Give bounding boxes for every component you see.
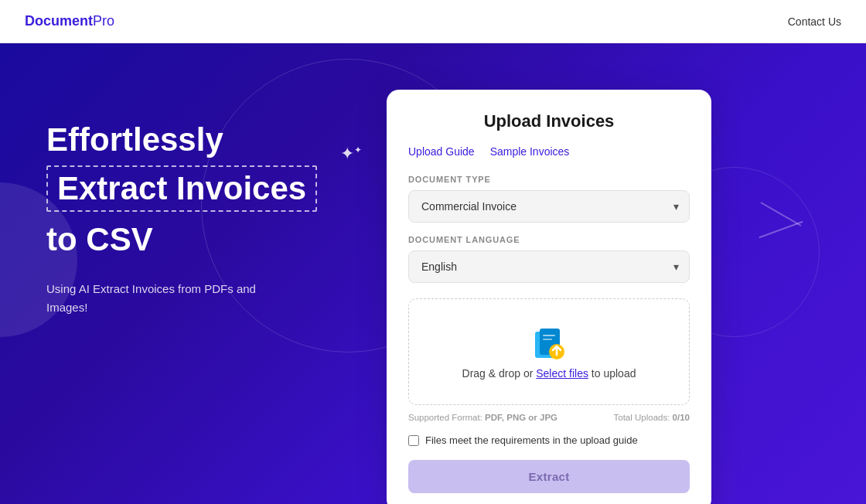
doc-type-label: DOCUMENT TYPE (408, 175, 690, 184)
format-info: Supported Format: PDF, PNG or JPG (408, 413, 557, 422)
upload-card: Upload Invoices Upload Guide Sample Invo… (387, 90, 711, 504)
requirements-checkbox[interactable] (408, 435, 419, 446)
requirements-checkbox-label[interactable]: Files meet the requirements in the uploa… (425, 434, 638, 446)
hero-section: ✦✦ Effortlessly Extract Invoices to CSV … (0, 43, 866, 504)
format-label: Supported Format: (408, 413, 482, 422)
svg-rect-3 (543, 339, 552, 340)
card-tabs: Upload Guide Sample Invoices (408, 145, 690, 159)
doc-type-select[interactable]: Commercial Invoice Purchase Order Receip… (408, 190, 690, 223)
header: DocumentPro Contact Us (0, 0, 866, 43)
hero-title-line2: Extract Invoices (57, 170, 306, 206)
uploads-value: 0/10 (673, 413, 690, 422)
hero-title-box: Extract Invoices (46, 165, 317, 212)
hero-subtitle: Using AI Extract Invoices from PDFs and … (46, 280, 278, 317)
contact-link[interactable]: Contact Us (788, 15, 841, 28)
doc-type-select-wrapper: Commercial Invoice Purchase Order Receip… (408, 190, 690, 223)
svg-rect-2 (543, 335, 555, 336)
uploads-label: Total Uploads: (614, 413, 670, 422)
file-dropzone[interactable]: Drag & drop or Select files to upload (408, 298, 690, 405)
tab-sample-invoices[interactable]: Sample Invoices (490, 145, 570, 159)
hero-text: Effortlessly Extract Invoices to CSV Usi… (46, 74, 387, 317)
deco-lines (758, 213, 820, 275)
logo-pro: Pro (93, 13, 114, 29)
format-value: PDF, PNG or JPG (485, 413, 557, 422)
extract-button[interactable]: Extract (408, 460, 690, 493)
requirements-checkbox-row: Files meet the requirements in the uploa… (408, 434, 690, 446)
logo-text: Document (25, 13, 93, 29)
doc-lang-select-wrapper: English Spanish French German Chinese (408, 250, 690, 283)
dropzone-text: Drag & drop or Select files to upload (424, 367, 673, 380)
hero-title-line1: Effortlessly (46, 121, 387, 159)
dropzone-text-after: to upload (588, 367, 636, 380)
upload-icon-area (424, 324, 673, 364)
doc-lang-select[interactable]: English Spanish French German Chinese (408, 250, 690, 283)
doc-lang-label: DOCUMENT LANGUAGE (408, 235, 690, 244)
card-title: Upload Invoices (408, 111, 690, 131)
tab-upload-guide[interactable]: Upload Guide (408, 145, 475, 159)
hero-title-line3: to CSV (46, 221, 387, 258)
format-row: Supported Format: PDF, PNG or JPG Total … (408, 413, 690, 422)
logo: DocumentPro (25, 13, 114, 29)
select-files-link[interactable]: Select files (536, 367, 588, 380)
uploads-info: Total Uploads: 0/10 (614, 413, 690, 422)
dropzone-text-before: Drag & drop or (462, 367, 537, 380)
upload-icon (529, 324, 569, 364)
